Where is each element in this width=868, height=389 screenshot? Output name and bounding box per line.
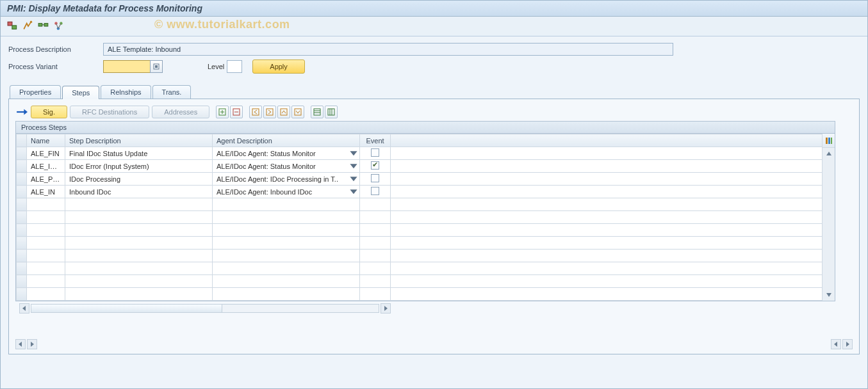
row-marker[interactable]	[17, 147, 27, 160]
cell-step[interactable]: Inbound IDoc	[65, 186, 213, 198]
scroll-down-icon[interactable]	[826, 289, 832, 301]
cell-event[interactable]	[360, 288, 391, 301]
row-marker[interactable]	[17, 173, 27, 186]
grid-settings-button[interactable]	[822, 134, 835, 148]
cell-name[interactable]: ALE_PROC	[27, 173, 65, 186]
row-marker[interactable]	[17, 211, 27, 224]
cell-event[interactable]	[360, 237, 391, 250]
scroll-right-icon[interactable]	[381, 303, 391, 314]
tabbody-scroll-left-far-icon[interactable]	[831, 339, 841, 349]
grid-icon-nav-2[interactable]	[263, 106, 276, 118]
grid-icon-table-2[interactable]	[325, 106, 338, 118]
col-event[interactable]: Event	[360, 134, 391, 147]
event-checkbox[interactable]	[371, 187, 379, 195]
row-marker[interactable]	[17, 288, 27, 301]
tabbody-scroll-left-icon[interactable]	[15, 339, 26, 349]
tab-trans[interactable]: Trans.	[152, 85, 192, 99]
cell-name[interactable]	[27, 262, 65, 275]
tab-steps[interactable]: Steps	[62, 86, 99, 99]
tabbody-scroll-right-icon[interactable]	[842, 339, 853, 349]
cell-name[interactable]	[27, 288, 65, 301]
grid-icon-nav-1[interactable]	[249, 106, 262, 118]
cell-agent[interactable]	[213, 288, 360, 301]
row-marker[interactable]	[17, 275, 27, 288]
cell-event[interactable]	[360, 211, 391, 224]
cell-agent[interactable]: ALE/IDoc Agent: Status Monitor	[213, 160, 360, 173]
toolbar-icon-3[interactable]	[38, 20, 49, 32]
cell-agent[interactable]	[213, 198, 360, 211]
cell-agent[interactable]	[213, 275, 360, 288]
addresses-button[interactable]: Addresses	[152, 106, 209, 118]
cell-agent[interactable]: ALE/IDoc Agent: IDoc Processing in T..	[213, 173, 360, 186]
cell-step[interactable]	[65, 288, 213, 301]
cell-step[interactable]	[65, 198, 213, 211]
cell-event[interactable]	[360, 275, 391, 288]
col-rowmarker[interactable]	[17, 134, 27, 147]
cell-name[interactable]	[27, 275, 65, 288]
sig-button[interactable]: Sig.	[31, 106, 67, 118]
cell-agent[interactable]: ALE/IDoc Agent: Status Monitor	[213, 147, 360, 160]
grid-icon-nav-4[interactable]	[291, 106, 304, 118]
cell-step[interactable]: IDoc Error (Input System)	[65, 160, 213, 173]
tabbody-scroll-right-near-icon[interactable]	[27, 339, 37, 349]
cell-name[interactable]: ALE_IN	[27, 186, 65, 198]
row-marker[interactable]	[17, 198, 27, 211]
cell-event[interactable]	[360, 160, 391, 173]
col-name[interactable]: Name	[27, 134, 65, 147]
cell-step[interactable]	[65, 237, 213, 250]
cell-event[interactable]	[360, 173, 391, 186]
cell-step[interactable]	[65, 211, 213, 224]
cell-step[interactable]: IDoc Processing	[65, 173, 213, 186]
cell-event[interactable]	[360, 147, 391, 160]
event-checkbox[interactable]	[371, 174, 379, 182]
process-variant-valuehelp-button[interactable]	[150, 60, 163, 73]
toolbar-icon-2[interactable]	[22, 20, 34, 32]
grid-hscrollbar[interactable]	[19, 303, 391, 314]
scroll-left-icon[interactable]	[19, 303, 29, 314]
level-input[interactable]	[227, 60, 242, 73]
cell-agent[interactable]	[213, 237, 360, 250]
cell-name[interactable]	[27, 237, 65, 250]
grid-vscrollbar[interactable]	[822, 148, 835, 301]
process-variant-input[interactable]	[103, 60, 151, 73]
cell-agent[interactable]	[213, 211, 360, 224]
cell-agent[interactable]	[213, 250, 360, 262]
tab-relnships[interactable]: Relnships	[101, 85, 151, 99]
grid-icon-nav-3[interactable]	[277, 106, 290, 118]
event-checkbox[interactable]	[371, 161, 379, 170]
cell-step[interactable]	[65, 224, 213, 237]
row-marker[interactable]	[17, 250, 27, 262]
cell-step[interactable]	[65, 262, 213, 275]
apply-button[interactable]: Apply	[252, 60, 305, 74]
cell-event[interactable]	[360, 224, 391, 237]
cell-agent[interactable]: ALE/IDoc Agent: Inbound IDoc	[213, 186, 360, 198]
event-checkbox[interactable]	[371, 148, 379, 157]
row-marker[interactable]	[17, 262, 27, 275]
cell-name[interactable]	[27, 211, 65, 224]
cell-name[interactable]: ALE_FIN	[27, 147, 65, 160]
cell-name[interactable]	[27, 198, 65, 211]
cell-event[interactable]	[360, 198, 391, 211]
cell-event[interactable]	[360, 250, 391, 262]
row-marker[interactable]	[17, 224, 27, 237]
cell-name[interactable]: ALE_INST	[27, 160, 65, 173]
col-step[interactable]: Step Description	[65, 134, 213, 147]
scroll-up-icon[interactable]	[826, 148, 832, 159]
grid-icon-table-1[interactable]	[311, 106, 323, 118]
cell-event[interactable]	[360, 186, 391, 198]
cell-name[interactable]	[27, 250, 65, 262]
cell-name[interactable]	[27, 224, 65, 237]
toolbar-icon-1[interactable]	[7, 20, 19, 32]
cell-step[interactable]: Final IDoc Status Update	[65, 147, 213, 160]
cell-event[interactable]	[360, 262, 391, 275]
hscroll-track[interactable]	[31, 304, 379, 313]
row-marker[interactable]	[17, 186, 27, 198]
cell-step[interactable]	[65, 275, 213, 288]
row-marker[interactable]	[17, 160, 27, 173]
cell-agent[interactable]	[213, 262, 360, 275]
tab-properties[interactable]: Properties	[10, 85, 61, 99]
hscroll-thumb[interactable]	[31, 305, 222, 312]
grid-icon-insert-row[interactable]	[216, 106, 229, 118]
row-marker[interactable]	[17, 237, 27, 250]
grid-icon-delete-row[interactable]	[230, 106, 243, 118]
